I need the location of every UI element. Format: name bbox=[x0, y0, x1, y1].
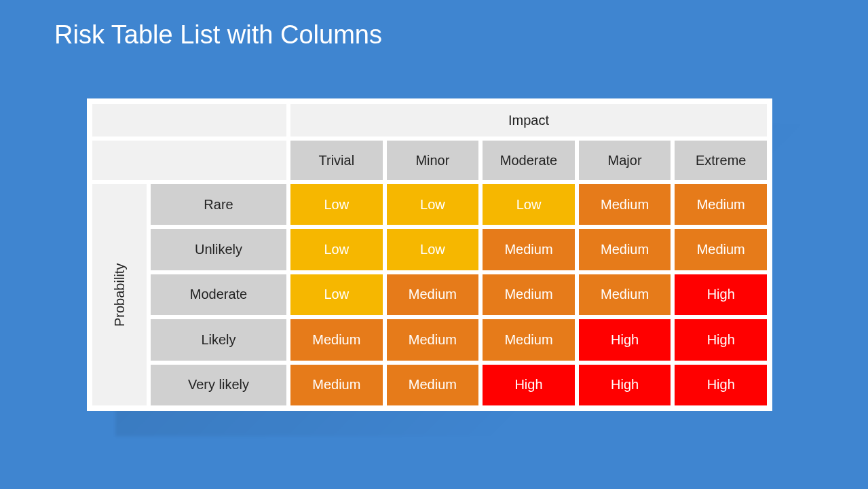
prob-header-likely: Likely bbox=[151, 319, 286, 360]
risk-cell-0-4: Medium bbox=[675, 184, 767, 225]
impact-header-trivial: Trivial bbox=[290, 141, 383, 180]
risk-cell-2-3: Medium bbox=[579, 274, 671, 315]
probability-axis-title: Probability bbox=[92, 184, 147, 405]
corner-top-left bbox=[92, 104, 286, 137]
impact-header-major: Major bbox=[579, 141, 671, 180]
risk-cell-1-3: Medium bbox=[579, 229, 671, 270]
risk-cell-1-2: Medium bbox=[483, 229, 575, 270]
prob-header-very-likely: Very likely bbox=[151, 365, 286, 405]
risk-matrix-grid: Impact Trivial Minor Moderate Major Extr… bbox=[92, 104, 767, 405]
risk-cell-3-2: Medium bbox=[483, 319, 575, 360]
risk-cell-3-0: Medium bbox=[290, 319, 383, 360]
prob-header-unlikely: Unlikely bbox=[151, 229, 286, 270]
impact-header-extreme: Extreme bbox=[675, 141, 767, 180]
risk-cell-4-3: High bbox=[579, 365, 671, 405]
risk-cell-0-0: Low bbox=[290, 184, 383, 225]
risk-cell-2-1: Medium bbox=[387, 274, 479, 315]
risk-cell-4-2: High bbox=[483, 365, 575, 405]
impact-header-minor: Minor bbox=[387, 141, 479, 180]
corner-row2 bbox=[92, 141, 286, 180]
risk-cell-3-1: Medium bbox=[387, 319, 479, 360]
risk-cell-2-4: High bbox=[675, 274, 767, 315]
risk-cell-1-0: Low bbox=[290, 229, 383, 270]
risk-cell-0-3: Medium bbox=[579, 184, 671, 225]
risk-cell-2-2: Medium bbox=[483, 274, 575, 315]
risk-matrix-panel: Impact Trivial Minor Moderate Major Extr… bbox=[87, 98, 772, 411]
risk-cell-4-1: Medium bbox=[387, 365, 479, 405]
risk-cell-3-3: High bbox=[579, 319, 671, 360]
risk-cell-0-1: Low bbox=[387, 184, 479, 225]
risk-cell-1-4: Medium bbox=[675, 229, 767, 270]
risk-cell-2-0: Low bbox=[290, 274, 383, 315]
prob-header-moderate: Moderate bbox=[151, 274, 286, 315]
risk-cell-4-4: High bbox=[675, 365, 767, 405]
risk-cell-4-0: Medium bbox=[290, 365, 383, 405]
impact-header-moderate: Moderate bbox=[483, 141, 575, 180]
risk-cell-0-2: Low bbox=[483, 184, 575, 225]
risk-cell-3-4: High bbox=[675, 319, 767, 360]
impact-axis-title: Impact bbox=[290, 104, 767, 137]
prob-header-rare: Rare bbox=[151, 184, 286, 225]
slide-title: Risk Table List with Columns bbox=[54, 20, 382, 50]
risk-cell-1-1: Low bbox=[387, 229, 479, 270]
